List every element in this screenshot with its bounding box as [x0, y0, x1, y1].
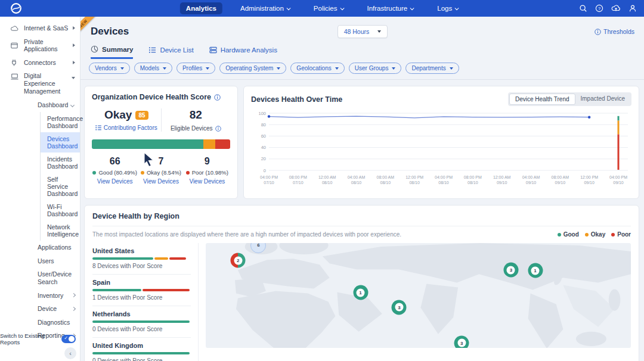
tab-device-list[interactable]: Device List	[148, 45, 193, 59]
zscaler-logo-icon	[10, 2, 23, 15]
sidebar-item-devices-dashboard[interactable]: Devices Dashboard	[41, 132, 80, 153]
map-marker-count: 2	[234, 256, 242, 264]
filter-bar: Vendors Models Profiles Operating System…	[80, 59, 644, 74]
world-map	[206, 243, 631, 348]
map-marker-good[interactable]: 1	[528, 263, 543, 278]
info-icon[interactable]	[214, 94, 221, 101]
switch-existing-reports-toggle[interactable]: ✓	[61, 335, 76, 343]
time-range-value: 48 Hours	[344, 28, 370, 35]
map-marker-split[interactable]: 2	[231, 253, 246, 268]
region-item-united-kingdom[interactable]: United Kingdom 0 Devices with Poor Score	[92, 338, 191, 361]
page-header: Devices 48 Hours Thresholds	[80, 17, 644, 38]
filter-operating-system[interactable]: Operating System	[219, 63, 286, 74]
impacted-device-button[interactable]: Impacted Device	[575, 94, 630, 105]
health-bar-segment-okay[interactable]	[203, 139, 215, 149]
sidebar-item-wifi-dashboard[interactable]: Wi-Fi Dashboard	[41, 200, 80, 220]
sidebar-item-self-service-dashboard[interactable]: Self Service Dashboard	[41, 173, 80, 200]
region-bar-segment	[92, 352, 190, 354]
nav-policies[interactable]: Policies	[308, 2, 349, 14]
map-marker-good[interactable]: 3	[503, 263, 518, 278]
region-item-spain[interactable]: Spain 1 Devices with Poor Score	[92, 275, 191, 306]
caret-down-icon	[335, 67, 339, 70]
view-devices-poor-link[interactable]: View Devices	[184, 178, 230, 185]
nav-logs[interactable]: Logs	[431, 2, 464, 14]
nav-policies-label: Policies	[314, 5, 338, 12]
cloud-upload-icon[interactable]	[611, 4, 621, 13]
region-item-netherlands[interactable]: Netherlands 0 Devices with Poor Score	[92, 306, 191, 338]
filter-models[interactable]: Models	[134, 63, 172, 74]
info-icon[interactable]	[215, 126, 221, 132]
svg-text:60: 60	[261, 133, 266, 139]
legend-good-label: Good	[564, 231, 579, 238]
sidebar-item-applications[interactable]: Applications	[0, 241, 80, 254]
sidebar-item-inventory[interactable]: Inventory	[0, 289, 80, 303]
map-marker-count: 1	[531, 266, 540, 275]
sidebar-item-incidents-dashboard[interactable]: Incidents Dashboard	[41, 153, 80, 173]
user-icon[interactable]	[628, 4, 637, 13]
sidebar-item-users[interactable]: Users	[0, 254, 80, 268]
filter-label: Operating System	[225, 65, 273, 71]
map-marker-good[interactable]: 3	[392, 300, 407, 315]
search-icon[interactable]	[579, 4, 587, 13]
svg-text:08:00 AM09/10: 08:00 AM09/10	[552, 175, 569, 185]
tab-hardware-analysis[interactable]: Hardware Analysis	[209, 45, 277, 59]
trend-chart-svg: 10080604020004:00 PM07/1008:00 PM07/1012…	[251, 108, 631, 197]
legend-poor: Poor	[611, 231, 631, 238]
region-score-bar	[92, 257, 191, 260]
sidebar-item-label: Digital Experience Management	[24, 72, 70, 95]
legend-good: Good	[558, 231, 579, 238]
map-marker-good[interactable]: 3	[454, 335, 469, 348]
sidebar-item-internet-saas[interactable]: Internet & SaaS	[0, 21, 80, 35]
filter-label: User Groups	[355, 65, 389, 71]
filter-label: Profiles	[182, 65, 202, 71]
sidebar-item-label: Private Applications	[24, 38, 73, 53]
filter-profiles[interactable]: Profiles	[177, 63, 215, 74]
region-bar-segment	[169, 257, 186, 260]
nav-administration[interactable]: Administration	[234, 2, 296, 14]
filter-vendors[interactable]: Vendors	[89, 63, 130, 74]
filter-user-groups[interactable]: User Groups	[349, 63, 402, 74]
health-bar-segment-poor[interactable]	[215, 139, 230, 149]
sidebar-item-label: Internet & SaaS	[24, 24, 68, 32]
legend-okay: Okay	[585, 231, 605, 238]
chevron-down-icon	[455, 6, 459, 10]
sidebar-item-user-device-search[interactable]: User/Device Search	[0, 267, 80, 288]
eligible-devices-label: Eligible Devices	[171, 125, 213, 132]
time-range-dropdown[interactable]: 48 Hours	[338, 25, 388, 38]
sidebar-item-network-intelligence[interactable]: Network Intelligence	[41, 220, 80, 241]
map-marker-good[interactable]: 1	[353, 285, 368, 300]
sidebar-collapse-button[interactable]: ‹	[64, 347, 76, 359]
filter-departments[interactable]: Departments	[405, 63, 459, 74]
sidebar-item-private-applications[interactable]: Private Applications	[0, 35, 80, 56]
device-health-trend-button[interactable]: Device Health Trend	[509, 94, 575, 105]
region-item-united-states[interactable]: United States 8 Devices with Poor Score	[92, 243, 191, 275]
sidebar-item-performance-dashboard[interactable]: Performance Dashboard	[41, 112, 80, 132]
region-map[interactable]: 6213313	[206, 243, 631, 348]
health-score-bar[interactable]	[92, 139, 230, 149]
trend-toggle-group: Device Health Trend Impacted Device	[508, 92, 631, 106]
sidebar-item-device[interactable]: Device	[0, 302, 80, 316]
view-devices-okay-link[interactable]: View Devices	[138, 178, 184, 185]
svg-text:12:00 AM09/10: 12:00 AM09/10	[493, 175, 511, 185]
filter-geolocations[interactable]: Geolocations	[290, 63, 344, 74]
contributing-factors-link[interactable]: Contributing Factors	[92, 125, 161, 131]
sidebar-item-digital-experience-management[interactable]: Digital Experience Management	[0, 69, 80, 98]
thresholds-link[interactable]: Thresholds	[595, 28, 634, 35]
triangle-right-icon	[73, 26, 75, 30]
device-health-by-region-card: Device Health by Region The most impacte…	[84, 205, 639, 361]
nav-analytics[interactable]: Analytics	[180, 2, 222, 14]
dashboard-subitems: Performance Dashboard Devices Dashboard …	[40, 112, 80, 241]
poor-dot-icon	[186, 171, 190, 175]
sidebar-item-connectors[interactable]: Connectors	[0, 56, 80, 70]
zscaler-logo[interactable]	[10, 2, 23, 15]
nav-infrastructure[interactable]: Infrastructure	[361, 2, 419, 14]
tab-summary[interactable]: Summary	[91, 45, 133, 59]
help-icon[interactable]: ?	[595, 4, 603, 13]
sidebar-section-dashboard[interactable]: Dashboard	[0, 98, 80, 112]
filter-label: Departments	[411, 65, 445, 71]
sidebar-item-diagnostics[interactable]: Diagnostics	[0, 316, 80, 329]
view-devices-good-link[interactable]: View Devices	[92, 178, 138, 185]
map-marker-count: 1	[357, 288, 365, 297]
region-bar-segment	[92, 320, 190, 323]
health-bar-segment-good[interactable]	[92, 139, 203, 149]
